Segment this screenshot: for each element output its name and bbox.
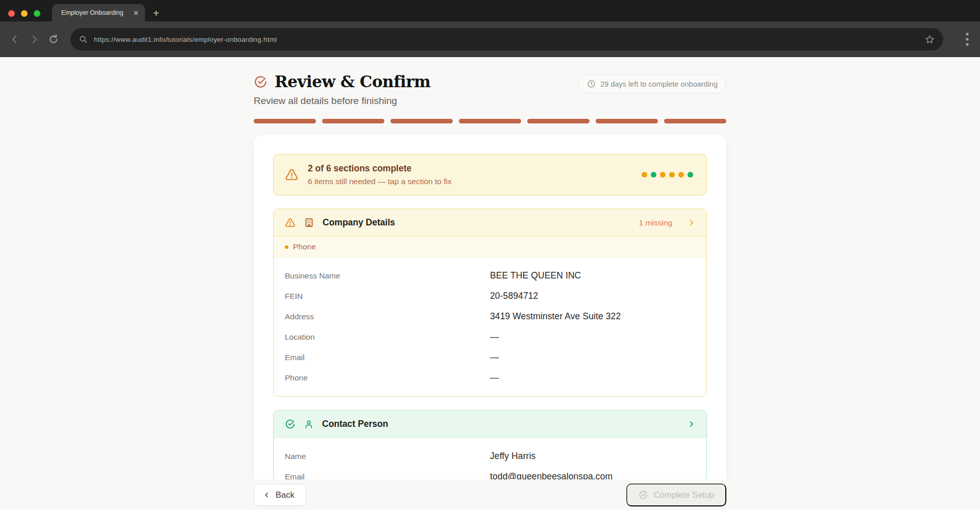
- check-circle-icon: [639, 490, 648, 500]
- status-dot: [688, 172, 693, 177]
- tab-employer-onboarding[interactable]: Employer Onboarding ✕: [52, 4, 145, 21]
- close-window-button[interactable]: [8, 10, 15, 17]
- chevron-left-icon: [263, 492, 270, 498]
- page-body: Review & Confirm Review all details befo…: [0, 57, 980, 510]
- back-button[interactable]: Back: [254, 484, 306, 506]
- section-title: Contact Person: [322, 419, 679, 429]
- section-contact-header[interactable]: Contact Person: [274, 411, 706, 438]
- field-value: —: [490, 352, 499, 363]
- section-company-header[interactable]: Company Details 1 missing: [274, 209, 706, 237]
- tab-title: Employer Onboarding: [61, 9, 129, 16]
- window-controls: [8, 10, 40, 17]
- reload-icon[interactable]: [48, 34, 59, 45]
- wizard-footer: Back Complete Setup: [0, 479, 980, 510]
- section-title: Company Details: [323, 217, 631, 228]
- field-label: Phone: [285, 373, 490, 382]
- status-dot: [678, 172, 684, 177]
- page-title: Review & Confirm: [275, 72, 430, 91]
- field-value: Jeffy Harris: [490, 451, 535, 462]
- progress-segment: [322, 119, 384, 123]
- complete-setup-button[interactable]: Complete Setup: [626, 483, 726, 506]
- url-bar[interactable]: https://www.audit1.info/tutorials/employ…: [70, 28, 943, 50]
- company-fields: Business Name BEE THE QUEEN INC FEIN 20-…: [274, 258, 706, 396]
- deadline-badge: 29 days left to complete onboarding: [578, 74, 726, 93]
- minimize-window-button[interactable]: [21, 10, 28, 17]
- field-label: Location: [285, 333, 490, 342]
- field-label: FEIN: [285, 292, 490, 301]
- warning-triangle-icon: [285, 217, 296, 228]
- field-row: Email —: [285, 347, 695, 367]
- warning-triangle-icon: [285, 168, 299, 182]
- tab-close-icon[interactable]: ✕: [133, 9, 139, 17]
- field-value: 3419 Westminster Ave Suite 322: [490, 311, 621, 322]
- back-button-label: Back: [276, 490, 295, 500]
- field-label: Email: [285, 353, 490, 362]
- search-icon: [79, 35, 88, 44]
- bullet-dot-icon: [285, 245, 288, 249]
- section-status-dots: [642, 172, 695, 177]
- missing-items-row: Phone: [274, 237, 706, 258]
- check-circle-icon: [254, 75, 267, 89]
- progress-segment: [664, 119, 726, 123]
- alert-subtitle: 6 items still needed — tap a section to …: [308, 177, 632, 186]
- status-dot: [651, 172, 656, 177]
- deadline-text: 29 days left to complete onboarding: [600, 80, 718, 88]
- progress-segment: [596, 119, 658, 123]
- field-label: Business Name: [285, 271, 490, 280]
- page-subtitle: Review all details before finishing: [254, 95, 430, 107]
- complete-setup-label: Complete Setup: [654, 490, 714, 500]
- field-value: —: [490, 372, 499, 383]
- chevron-right-icon: [688, 420, 695, 428]
- progress-bar: [254, 119, 726, 123]
- person-icon: [304, 419, 314, 429]
- field-row: Location —: [285, 326, 695, 347]
- url-text: https://www.audit1.info/tutorials/employ…: [94, 36, 924, 43]
- review-card: 2 of 6 sections complete 6 items still n…: [254, 135, 726, 510]
- status-dot: [660, 172, 666, 177]
- zoom-window-button[interactable]: [34, 10, 40, 17]
- field-row: Address 3419 Westminster Ave Suite 322: [285, 306, 695, 326]
- page-header: Review & Confirm Review all details befo…: [254, 72, 726, 107]
- forward-nav-icon[interactable]: [29, 34, 40, 45]
- check-circle-icon: [285, 419, 296, 429]
- back-nav-icon[interactable]: [9, 34, 20, 45]
- field-row: Phone —: [285, 367, 695, 388]
- progress-segment: [390, 119, 453, 123]
- chevron-right-icon: [688, 219, 695, 226]
- missing-count-badge: 1 missing: [639, 218, 672, 227]
- field-row: FEIN 20-5894712: [285, 286, 695, 306]
- progress-segment: [459, 119, 521, 123]
- browser-tabstrip: Employer Onboarding ✕ +: [0, 0, 980, 21]
- field-row: Business Name BEE THE QUEEN INC: [285, 265, 695, 286]
- field-label: Address: [285, 312, 490, 321]
- summary-alert: 2 of 6 sections complete 6 items still n…: [273, 154, 707, 195]
- status-dot: [669, 172, 675, 177]
- status-dot: [642, 172, 647, 177]
- field-value: —: [490, 332, 499, 342]
- alert-title: 2 of 6 sections complete: [308, 163, 632, 174]
- browser-menu-icon[interactable]: [966, 33, 969, 46]
- new-tab-button[interactable]: +: [153, 8, 159, 18]
- progress-segment: [527, 119, 590, 123]
- clock-icon: [587, 80, 596, 88]
- field-value: 20-5894712: [490, 291, 538, 301]
- section-company-details: Company Details 1 missing Phone Business…: [273, 209, 707, 397]
- progress-segment: [254, 119, 316, 123]
- field-value: BEE THE QUEEN INC: [490, 270, 581, 281]
- field-row: Name Jeffy Harris: [285, 446, 695, 466]
- bookmark-star-icon[interactable]: [924, 34, 935, 45]
- browser-toolbar: https://www.audit1.info/tutorials/employ…: [0, 21, 980, 57]
- building-icon: [304, 217, 314, 228]
- field-label: Name: [285, 452, 490, 461]
- missing-item-label: Phone: [293, 242, 316, 251]
